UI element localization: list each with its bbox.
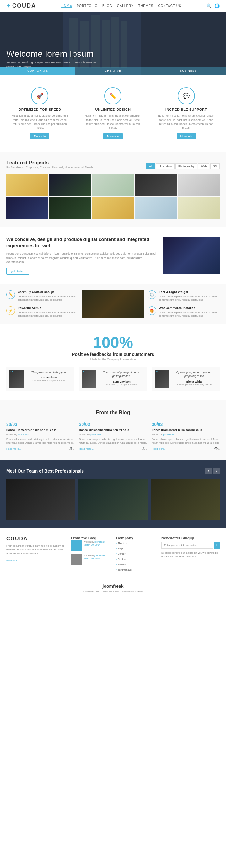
project-item-4[interactable] [135, 174, 177, 196]
team-cards [6, 479, 220, 520]
project-item-2[interactable] [49, 174, 91, 196]
testimonial-1-role: Co-Founder, Company Name [27, 379, 71, 382]
read-more-1[interactable]: Read more... [6, 447, 21, 450]
footer-company-links: About us Help Career Contact Privacy Tes… [116, 540, 155, 571]
testimonial-1-content: Things are made to happen. Zin Davison C… [27, 370, 71, 382]
testimonials-subtitle: Made for the Company Presentation [6, 358, 220, 361]
footer-blog-col: From the Blog written by joomfreak March… [71, 536, 110, 572]
testimonials-title: Positive feedbacks from our customers [6, 352, 220, 357]
blog-post-2: 30/03 Donec ullamcorper nulla non mi ac … [79, 422, 147, 450]
blog-posts: 30/03 Donec ullamcorper nulla non mi ac … [6, 422, 220, 450]
filter-web[interactable]: Web [198, 163, 209, 169]
project-item-9[interactable] [135, 197, 177, 219]
team-section: Meet Our Team of Best Professionals ‹ › [0, 460, 226, 528]
feature-speed: 🚀 Optimized for speed Nulla non mi ac la… [6, 84, 73, 143]
footer-blog-item-1: written by joomfreak March 30, 2014 [71, 540, 110, 551]
weight-desc: Donec ullamcorper nulla non mi ac la mol… [159, 294, 220, 302]
footer-link-about: About us [116, 540, 155, 545]
nav-gallery[interactable]: GALLERY [117, 4, 134, 7]
feature-speed-desc: Nulla non mi ac la mollis, sit amet cond… [9, 114, 70, 130]
project-item-1[interactable] [6, 174, 49, 196]
newsletter-input[interactable] [161, 542, 213, 549]
project-item-3[interactable] [92, 174, 134, 196]
project-item-5[interactable] [177, 174, 220, 196]
read-more-3[interactable]: Read more... [152, 447, 166, 450]
project-item-6[interactable] [6, 197, 49, 219]
footer-newsletter-label: Newsletter Singup [161, 536, 220, 540]
feature-support-button[interactable]: More info [177, 133, 196, 140]
design-icon: ✏️ [104, 87, 122, 104]
testimonial-3-name: Elena White [172, 380, 217, 383]
avatar-2 [82, 370, 96, 388]
team-nav: ‹ › [205, 468, 220, 474]
crafted-title: Carefully Crafted Design [18, 290, 78, 294]
nav-contact[interactable]: CONTACT US [158, 4, 181, 7]
filter-illustration[interactable]: Illustration [156, 163, 174, 169]
filter-tabs: All Illustration Photography Web 3D [146, 163, 220, 169]
feature-design-desc: Nulla non mi ac la mollis, sit amet cond… [83, 114, 143, 130]
weight-title: Fast & Light Weight [159, 290, 220, 294]
feature-speed-button[interactable]: More info [30, 133, 50, 140]
blog-title: From the Blog [6, 410, 220, 415]
footer-link-career: Career [116, 551, 155, 555]
read-more-2[interactable]: Read more... [79, 447, 94, 450]
woo-text: WooCommerce Installed Donec ullamcorper … [159, 306, 220, 317]
team-next-button[interactable]: › [213, 468, 220, 474]
footer-link-privacy: Privacy [116, 562, 155, 566]
search-icon[interactable]: 🔍 [206, 3, 212, 8]
testimonial-2: The secret of getting ahead is getting s… [79, 367, 147, 391]
globe-icon[interactable]: 🌐 [215, 3, 220, 8]
footer-facebook-link[interactable]: Facebook [6, 559, 17, 562]
blog-date-3: 30/03 [152, 422, 220, 427]
testimonial-1-quote: Things are made to happen. [27, 370, 71, 374]
team-prev-button[interactable]: ‹ [205, 468, 212, 474]
team-card-3[interactable] [151, 479, 220, 520]
testimonial-2-quote: The secret of getting ahead is getting s… [99, 370, 144, 378]
blog-footer-3: Read more... 💬 1 [152, 447, 220, 450]
admin-text: Powerful Admin Donec ullamcorper nulla n… [18, 306, 78, 317]
about-button[interactable]: get started [6, 268, 29, 275]
testimonial-1: Things are made to happen. Zin Davison C… [6, 367, 74, 391]
team-card-2[interactable] [78, 479, 148, 520]
feature-design: ✏️ Unlimited Design Nulla non mi ac la m… [79, 84, 146, 143]
nav-portfolio[interactable]: PORTFOLIO [76, 4, 98, 7]
filter-3d[interactable]: 3D [210, 163, 220, 169]
nav-blog[interactable]: BLOG [102, 4, 112, 7]
woo-desc: Donec ullamcorper nulla non mi ac la mol… [159, 311, 220, 317]
features2-right: ⚖️ Fast & Light Weight Donec ullamcorper… [148, 290, 220, 318]
hero-title: Welcome lorem Ipsum [6, 49, 100, 59]
footer-blog-author-1: written by joomfreak [84, 540, 105, 544]
features2-left: ✏️ Carefully Crafted Design Donec ullamc… [6, 290, 78, 318]
blog-excerpt-1: Donec ullamcorper nulla nisi, eget luctu… [6, 437, 74, 445]
feature-design-title: Unlimited Design [83, 107, 143, 112]
footer-company-label: Company [116, 536, 155, 540]
newsletter-submit[interactable]: › [214, 542, 220, 549]
filter-photography[interactable]: Photography [175, 163, 197, 169]
filter-all[interactable]: All [146, 163, 155, 169]
newsletter-sub-text: By subscribing to our mailing list you w… [161, 551, 220, 559]
blog-footer-1: Read more... 💬 0 [6, 447, 74, 450]
testimonial-3-content: By failing to prepare, you are preparing… [172, 370, 217, 386]
footer-company-col: Company About us Help Career Contact Pri… [116, 536, 155, 572]
team-card-1[interactable] [6, 479, 75, 520]
footer-blog-text-1: written by joomfreak March 30, 2014 [84, 540, 105, 547]
footer-blog-label: From the Blog [71, 536, 110, 540]
feature-design-button[interactable]: More info [103, 133, 123, 140]
weight-icon: ⚖️ [148, 290, 156, 299]
admin-icon: ⚡ [6, 306, 15, 315]
footer-brand: joomfreak [6, 584, 220, 589]
hero-tab-business[interactable]: BUSINESS [151, 66, 226, 75]
footer-blog-author-2: written by joomfreak [84, 554, 105, 557]
footer: COUDA Proin accumsan tristique diam nec … [0, 528, 226, 601]
project-item-7[interactable] [49, 197, 91, 219]
footer-grid: COUDA Proin accumsan tristique diam nec … [6, 536, 220, 572]
nav-home[interactable]: HOME [61, 4, 72, 8]
footer-blog-date-1: March 30, 2014 [84, 544, 105, 547]
testimonial-3: By failing to prepare, you are preparing… [152, 367, 220, 391]
project-item-8[interactable] [92, 197, 134, 219]
team-header: Meet Our Team of Best Professionals ‹ › [6, 468, 220, 474]
testimonials-percent: 100% [6, 334, 220, 352]
nav-themes[interactable]: THEMES [138, 4, 154, 7]
logo-text: COUDA [12, 2, 36, 9]
project-item-10[interactable] [177, 197, 220, 219]
